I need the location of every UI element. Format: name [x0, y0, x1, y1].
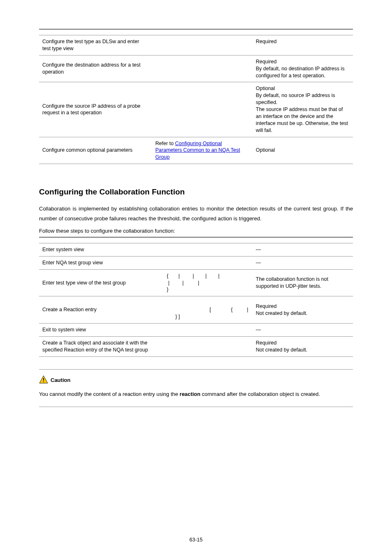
svg-rect-2 — [43, 381, 44, 382]
cell-command — [152, 323, 252, 336]
section-heading-collaboration: Configuring the Collaboration Function — [39, 187, 353, 197]
cell-command — [152, 55, 252, 82]
header-cell — [253, 237, 353, 243]
cell-command: [ { | } ] — [152, 296, 252, 324]
caution-text-pre: You cannot modify the content of a react… — [39, 391, 180, 397]
cell-remarks: Optional — [253, 137, 353, 164]
cell-task: Configure the test type as DLSw and ente… — [39, 35, 152, 56]
table-row: Enter NQA test group view — — [39, 256, 353, 269]
table-header-row — [39, 29, 353, 35]
cell-task: Enter system view — [39, 243, 152, 256]
caution-icon — [39, 375, 48, 386]
caution-header: Caution — [39, 375, 353, 386]
cell-task: Configure the destination address for a … — [39, 55, 152, 82]
table-row: Enter test type view of the test group {… — [39, 269, 353, 296]
cell-remarks: Optional By default, no source IP addres… — [253, 82, 353, 137]
cell-task: Enter NQA test group view — [39, 256, 152, 269]
cell-task: Create a Reaction entry — [39, 296, 152, 324]
cell-remarks: — — [253, 256, 353, 269]
header-cell — [39, 237, 152, 243]
cell-remarks: The collaboration function is not suppor… — [253, 269, 353, 296]
table-row: Configure the destination address for a … — [39, 55, 353, 82]
paragraph-intro: Collaboration is implemented by establis… — [39, 204, 353, 224]
cell-command — [152, 82, 252, 137]
caution-label: Caution — [51, 377, 70, 384]
table-row: Configure common optional parameters Ref… — [39, 137, 353, 164]
cell-remarks: Required Not created by default. — [253, 296, 353, 324]
table-dlsw-config: Configure the test type as DLSw and ente… — [39, 29, 353, 164]
caution-text: You cannot modify the content of a react… — [39, 389, 353, 399]
link-prefix: Refer to — [155, 141, 175, 146]
table-collaboration-steps: Enter system view — Enter NQA test group… — [39, 237, 353, 357]
cell-remarks: Required By default, no destination IP a… — [253, 55, 353, 82]
cell-command: Refer to Configuring Optional Parameters… — [152, 137, 252, 164]
table-row: Create a Reaction entry [ { | } ] Requir… — [39, 296, 353, 324]
caution-text-post: command after the collaboration object i… — [201, 391, 320, 397]
cell-command — [152, 336, 252, 356]
cell-command: { | | | | | | | } — [152, 269, 252, 296]
page-number: 63-15 — [0, 536, 392, 543]
svg-rect-1 — [43, 378, 44, 380]
cell-command — [152, 243, 252, 256]
caution-text-bold: reaction — [180, 391, 201, 397]
table-row: Configure the test type as DLSw and ente… — [39, 35, 353, 56]
cell-task: Create a Track object and associate it w… — [39, 336, 152, 356]
header-cell — [253, 29, 353, 35]
cell-task: Enter test type view of the test group — [39, 269, 152, 296]
table-row: Enter system view — — [39, 243, 353, 256]
header-cell — [152, 29, 252, 35]
cell-remarks: Required — [253, 35, 353, 56]
cell-remarks: — — [253, 323, 353, 336]
cell-task: Exit to system view — [39, 323, 152, 336]
paragraph-steps-intro: Follow these steps to configure the coll… — [39, 226, 353, 236]
table-row: Configure the source IP address of a pro… — [39, 82, 353, 137]
table-row: Create a Track object and associate it w… — [39, 336, 353, 356]
table-header-row — [39, 237, 353, 243]
cell-command — [152, 35, 252, 56]
header-cell — [152, 237, 252, 243]
header-cell — [39, 29, 152, 35]
cell-command — [152, 256, 252, 269]
caution-box: Caution You cannot modify the content of… — [39, 369, 353, 407]
cell-remarks: Required Not created by default. — [253, 336, 353, 356]
cell-remarks: — — [253, 243, 353, 256]
cell-task: Configure the source IP address of a pro… — [39, 82, 152, 137]
cell-task: Configure common optional parameters — [39, 137, 152, 164]
table-row: Exit to system view — — [39, 323, 353, 336]
